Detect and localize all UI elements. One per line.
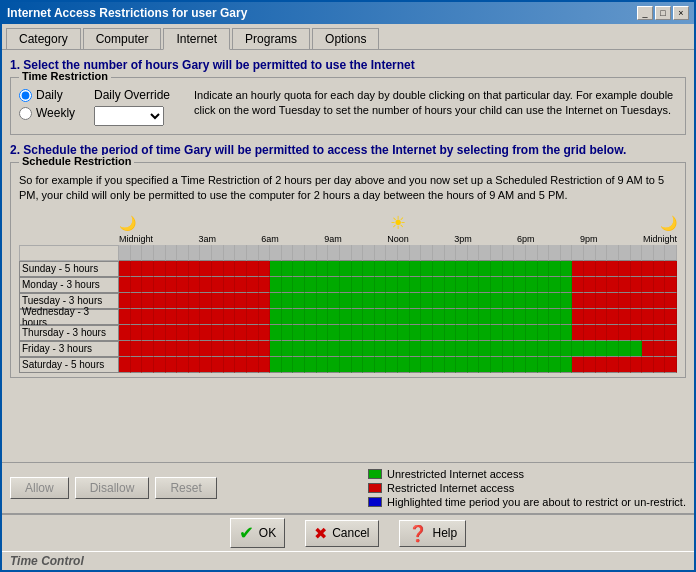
grid-cell[interactable] [526,277,538,293]
table-row[interactable]: Monday - 3 hours [19,277,677,293]
grid-cell[interactable] [503,277,515,293]
grid-cell[interactable] [549,341,561,357]
grid-cell[interactable] [398,277,410,293]
grid-cell[interactable] [514,277,526,293]
grid-cell[interactable] [398,261,410,277]
grid-cell[interactable] [410,277,422,293]
grid-cell[interactable] [654,341,666,357]
grid-cell[interactable] [433,309,445,325]
grid-cell[interactable] [328,357,340,373]
grid-cell[interactable] [561,309,573,325]
grid-cell[interactable] [212,341,224,357]
grid-cell[interactable] [607,277,619,293]
grid-cell[interactable] [282,309,294,325]
grid-cell[interactable] [619,309,631,325]
grid-cell[interactable] [421,341,433,357]
grid-cell[interactable] [282,357,294,373]
grid-cell[interactable] [177,261,189,277]
grid-cell[interactable] [549,309,561,325]
grid-cell[interactable] [177,341,189,357]
grid-cell[interactable] [631,309,643,325]
grid-cell[interactable] [259,341,271,357]
grid-cell[interactable] [479,325,491,341]
grid-cell[interactable] [631,325,643,341]
grid-cell[interactable] [189,277,201,293]
grid-cell[interactable] [572,261,584,277]
grid-cell[interactable] [247,309,259,325]
grid-cell[interactable] [166,261,178,277]
grid-cell[interactable] [340,277,352,293]
help-button[interactable]: ❓ Help [399,520,467,547]
grid-cell[interactable] [224,293,236,309]
grid-cell[interactable] [305,325,317,341]
grid-cell[interactable] [119,325,131,341]
table-row[interactable]: Sunday - 5 hours [19,261,677,277]
grid-cell[interactable] [328,325,340,341]
table-row[interactable]: Thursday - 3 hours [19,325,677,341]
grid-cell[interactable] [131,357,143,373]
grid-cell[interactable] [572,309,584,325]
grid-cell[interactable] [386,357,398,373]
grid-cell[interactable] [293,293,305,309]
grid-cell[interactable] [212,309,224,325]
grid-cell[interactable] [259,309,271,325]
grid-cell[interactable] [270,325,282,341]
grid-cell[interactable] [154,293,166,309]
grid-cell[interactable] [305,309,317,325]
grid-cell[interactable] [421,261,433,277]
grid-cell[interactable] [561,341,573,357]
grid-cell[interactable] [561,357,573,373]
table-row[interactable]: Saturday - 5 hours [19,357,677,373]
grid-cell[interactable] [282,277,294,293]
grid-cell[interactable] [468,277,480,293]
disallow-button[interactable]: Disallow [75,477,150,499]
grid-cell[interactable] [514,309,526,325]
grid-cell[interactable] [538,261,550,277]
grid-cell[interactable] [456,293,468,309]
grid-cell[interactable] [317,341,329,357]
grid-cell[interactable] [235,293,247,309]
grid-cell[interactable] [386,277,398,293]
grid-cell[interactable] [631,341,643,357]
grid-cell[interactable] [665,309,677,325]
grid-cell[interactable] [642,325,654,341]
grid-cell[interactable] [235,325,247,341]
grid-cell[interactable] [352,325,364,341]
grid-cell[interactable] [363,309,375,325]
grid-cell[interactable] [328,293,340,309]
grid-cell[interactable] [200,293,212,309]
grid-cell[interactable] [166,325,178,341]
close-button[interactable]: × [673,6,689,20]
grid-cell[interactable] [247,325,259,341]
grid-cell[interactable] [247,277,259,293]
grid-cell[interactable] [235,341,247,357]
grid-cell[interactable] [154,341,166,357]
grid-cell[interactable] [549,293,561,309]
grid-cell[interactable] [596,261,608,277]
grid-cell[interactable] [317,325,329,341]
grid-cell[interactable] [491,309,503,325]
grid-cell[interactable] [282,325,294,341]
table-row[interactable]: Friday - 3 hours [19,341,677,357]
grid-cell[interactable] [259,325,271,341]
grid-cell[interactable] [131,309,143,325]
grid-cell[interactable] [596,309,608,325]
grid-cell[interactable] [445,261,457,277]
grid-cell[interactable] [247,293,259,309]
grid-cell[interactable] [421,309,433,325]
grid-cell[interactable] [154,325,166,341]
override-select[interactable]: 1 2 3 [94,106,164,126]
grid-cell[interactable] [352,277,364,293]
grid-cell[interactable] [328,341,340,357]
grid-cell[interactable] [282,293,294,309]
grid-cell[interactable] [491,293,503,309]
grid-cell[interactable] [270,277,282,293]
grid-cell[interactable] [293,277,305,293]
grid-cell[interactable] [119,277,131,293]
grid-cell[interactable] [596,325,608,341]
grid-cell[interactable] [642,277,654,293]
grid-cell[interactable] [293,261,305,277]
grid-cell[interactable] [282,261,294,277]
grid-cell[interactable] [642,309,654,325]
grid-cell[interactable] [654,293,666,309]
